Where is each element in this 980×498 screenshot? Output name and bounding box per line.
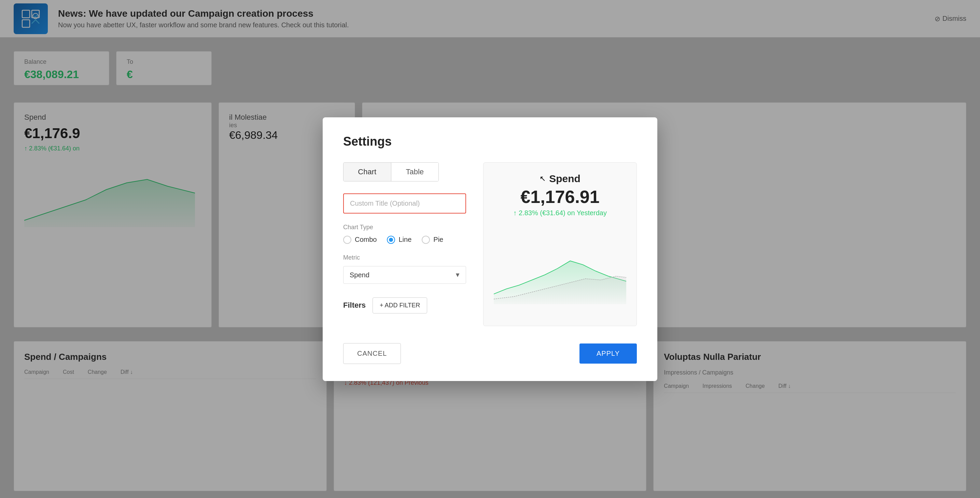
radio-combo-circle xyxy=(343,236,352,244)
radio-pie-circle xyxy=(422,236,430,244)
modal-left: Chart Table Chart Type Combo Line xyxy=(343,162,466,326)
add-filter-button[interactable]: + ADD FILTER xyxy=(372,297,427,314)
filters-row: Filters + ADD FILTER xyxy=(343,297,466,314)
apply-button[interactable]: APPLY xyxy=(579,344,637,363)
radio-line[interactable]: Line xyxy=(387,236,412,244)
radio-combo-label: Combo xyxy=(355,236,377,244)
radio-pie-label: Pie xyxy=(433,236,443,244)
radio-pie[interactable]: Pie xyxy=(422,236,443,244)
view-toggle: Chart Table xyxy=(343,162,439,181)
modal-footer: CANCEL APPLY xyxy=(343,343,637,364)
modal-body: Chart Table Chart Type Combo Line xyxy=(343,162,637,326)
radio-combo[interactable]: Combo xyxy=(343,236,377,244)
tab-chart[interactable]: Chart xyxy=(344,163,391,181)
radio-line-circle xyxy=(387,236,395,244)
preview-change-arrow: ↑ xyxy=(513,209,517,217)
metric-select[interactable]: Spend Impressions Clicks CTR CPC xyxy=(343,266,466,284)
chart-type-radio-group: Combo Line Pie xyxy=(343,236,466,244)
modal-overlay: Settings Chart Table Chart Type Combo xyxy=(0,0,980,498)
preview-metric-title: Spend xyxy=(549,173,581,184)
filters-label: Filters xyxy=(343,301,366,310)
preview-change-text: 2.83% (€31.64) on Yesterday xyxy=(519,209,607,217)
radio-line-label: Line xyxy=(398,236,412,244)
preview-value: €1,176.91 xyxy=(494,187,626,207)
tab-table[interactable]: Table xyxy=(391,163,439,181)
modal-right: ↖ Spend €1,176.91 ↑ 2.83% (€31.64) on Ye… xyxy=(483,162,637,326)
cancel-button[interactable]: CANCEL xyxy=(343,343,401,364)
modal-title: Settings xyxy=(343,135,637,149)
preview-chart xyxy=(494,224,626,316)
preview-title-row: ↖ Spend xyxy=(494,173,626,184)
custom-title-input[interactable] xyxy=(343,193,466,214)
metric-select-wrapper: Spend Impressions Clicks CTR CPC ▼ xyxy=(343,266,466,284)
chart-type-label: Chart Type xyxy=(343,224,466,231)
preview-area: ↖ Spend €1,176.91 ↑ 2.83% (€31.64) on Ye… xyxy=(483,162,637,326)
preview-change: ↑ 2.83% (€31.64) on Yesterday xyxy=(494,209,626,217)
cursor-icon: ↖ xyxy=(539,174,546,183)
metric-label: Metric xyxy=(343,254,466,261)
settings-modal: Settings Chart Table Chart Type Combo xyxy=(323,117,657,381)
